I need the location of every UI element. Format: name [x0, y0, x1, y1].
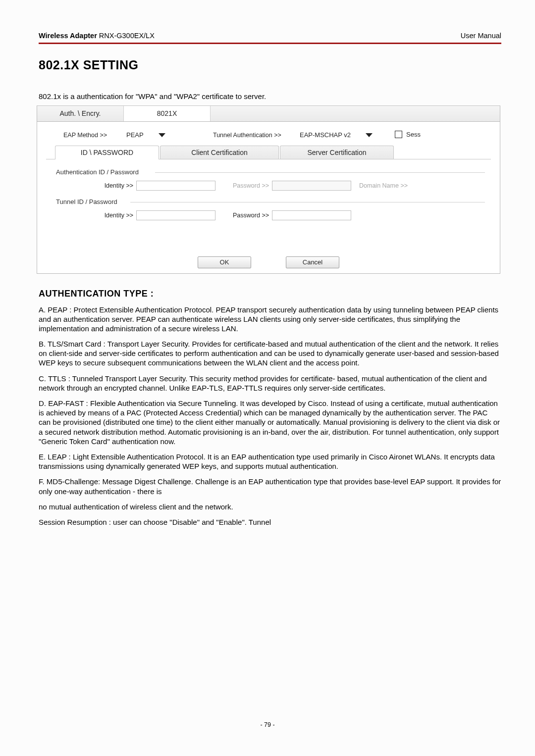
para-leap: E. LEAP : Light Extensible Authenticatio… [39, 452, 501, 471]
tunnel-auth-value: EAP-MSCHAP v2 [295, 131, 366, 139]
para-no-mutual: no mutual authentication of wireless cli… [39, 502, 501, 511]
top-tab-bar: Auth. \ Encry. 8021X [37, 106, 500, 122]
auth-domain-label: Domain Name >> [358, 182, 408, 189]
page-number: - 79 - [0, 721, 535, 728]
header-model: RNX-G300EX/LX [97, 32, 155, 40]
auth-id-group-title: Authentication ID / Password [56, 168, 139, 176]
header-left: Wireless Adapter RNX-G300EX/LX [39, 32, 155, 40]
eap-method-label: EAP Method >> [63, 132, 107, 139]
section-heading: 802.1X SETTING [39, 58, 501, 72]
group-divider [155, 172, 485, 173]
auth-password-label: Password >> [219, 182, 269, 189]
checkbox-icon [395, 131, 402, 138]
tunnel-auth-dropdown[interactable]: EAP-MSCHAP v2 [295, 130, 384, 141]
running-header: Wireless Adapter RNX-G300EX/LX User Manu… [39, 32, 501, 40]
tab-8021x-label: 8021X [157, 109, 177, 117]
tab-8021x[interactable]: 8021X [124, 106, 211, 121]
auth-identity-label: Identity >> [84, 182, 133, 189]
intro-text: 802.1x is a authentication for "WPA" and… [39, 92, 501, 101]
ok-button-label: OK [220, 258, 229, 266]
subtab-server-cert[interactable]: Server Certification [280, 146, 394, 159]
cancel-button-label: Cancel [303, 258, 322, 266]
subtab-server-cert-label: Server Certification [307, 149, 366, 156]
session-resumption-checkbox[interactable]: Sess [395, 131, 421, 138]
header-right: User Manual [461, 32, 501, 40]
tab-auth-encry-label: Auth. \ Encry. [60, 109, 101, 117]
chevron-down-icon [366, 133, 373, 137]
para-md5: F. MD5-Challenge: Message Digest Challen… [39, 477, 501, 496]
auth-identity-input[interactable] [136, 181, 215, 191]
settings-screenshot: Auth. \ Encry. 8021X EAP Method >> PEAP … [37, 105, 500, 274]
session-label: Sess [406, 131, 421, 138]
form-area: Authentication ID / Password Identity >>… [46, 162, 491, 242]
auth-type-heading: AUTHENTICATION TYPE : [39, 289, 501, 299]
cancel-button[interactable]: Cancel [286, 256, 339, 268]
ok-button[interactable]: OK [198, 256, 251, 268]
selector-row: EAP Method >> PEAP Tunnel Authentication… [37, 122, 500, 146]
subtab-client-cert-label: Client Certification [191, 149, 248, 156]
header-rule [39, 43, 501, 44]
tunnel-id-group-title: Tunnel ID / Password [56, 198, 117, 205]
eap-method-dropdown[interactable]: PEAP [121, 130, 196, 141]
tunnel-password-label: Password >> [219, 212, 269, 219]
subtab-id-password-label: ID \ PASSWORD [81, 149, 133, 156]
tunnel-identity-input[interactable] [136, 210, 215, 220]
tunnel-password-input[interactable] [272, 210, 351, 220]
subtab-id-password[interactable]: ID \ PASSWORD [55, 146, 159, 159]
para-ttls: C. TTLS : Tunneled Transport Layer Secur… [39, 374, 501, 393]
para-peap: A. PEAP : Protect Extensible Authenticat… [39, 305, 501, 334]
sub-tab-bar: ID \ PASSWORD Client Certification Serve… [46, 146, 491, 159]
eap-method-value: PEAP [121, 131, 159, 139]
tab-auth-encry[interactable]: Auth. \ Encry. [37, 106, 124, 121]
para-tls: B. TLS/Smart Card : Transport Layer Secu… [39, 339, 501, 368]
subtab-client-cert[interactable]: Client Certification [160, 146, 279, 159]
dialog-button-row: OK Cancel [37, 256, 500, 268]
tunnel-identity-label: Identity >> [84, 212, 133, 219]
tunnel-auth-label: Tunnel Authentication >> [213, 132, 281, 139]
chevron-down-icon [159, 133, 165, 137]
header-product-bold: Wireless Adapter [39, 32, 97, 40]
group-divider [130, 202, 485, 202]
para-eap-fast: D. EAP-FAST : Flexible Authentication vi… [39, 399, 501, 446]
para-session: Session Resumption : user can choose "Di… [39, 517, 501, 527]
auth-password-input[interactable] [272, 181, 351, 191]
